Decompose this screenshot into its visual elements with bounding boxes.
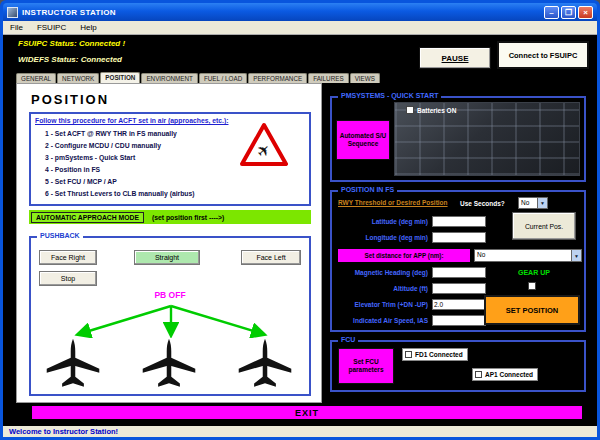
position-in-fs-legend: POSITION IN FS — [338, 186, 397, 193]
ias-input[interactable] — [432, 315, 486, 326]
window-title: INSTRUCTOR STATION — [22, 8, 542, 17]
pmsystems-box: PMSYSTEMS - QUICK START Batteries ON Aut… — [330, 96, 586, 182]
ap1-connected-checkbox[interactable] — [475, 371, 482, 378]
airplane-center-icon — [139, 336, 199, 394]
rwy-threshold-label: RWY Threshold or Desired Position — [338, 199, 448, 206]
airplane-right-icon — [235, 336, 295, 394]
approach-mode-hint: (set position first ---->) — [148, 214, 224, 221]
face-left-button[interactable]: Face Left — [241, 250, 301, 265]
procedure-step-5: 5 - Set FCU / MCP / AP — [45, 176, 241, 188]
straight-button[interactable]: Straight — [134, 250, 200, 265]
close-icon[interactable]: × — [578, 6, 593, 19]
instructor-station-window: INSTRUCTOR STATION – ❒ × File FSUIPC Hel… — [0, 0, 600, 440]
pushback-box: PUSHBACK Face Right Straight Face Left S… — [29, 236, 311, 396]
set-distance-app-bar[interactable]: Set distance for APP (nm): — [338, 249, 470, 262]
use-seconds-dropdown[interactable]: No ▼ — [518, 197, 548, 209]
statusbar-text: Welcome to Instructor Station! — [3, 427, 118, 436]
maximize-icon[interactable]: ❒ — [561, 6, 576, 19]
fcu-legend: FCU — [338, 336, 358, 343]
pause-button[interactable]: PAUSE — [419, 47, 491, 69]
menu-help[interactable]: Help — [73, 23, 103, 32]
approach-mode-bar: AUTOMATIC APPROACH MODE (set position fi… — [29, 210, 311, 224]
menu-fsuipc[interactable]: FSUIPC — [30, 23, 73, 32]
batteries-on-label: Batteries ON — [417, 107, 456, 114]
ap1-connected-label: AP1 Connected — [485, 371, 533, 378]
fd1-connected-label: FD1 Connected — [415, 351, 463, 358]
latitude-label: Latitude (deg min) — [338, 218, 428, 225]
procedure-step-4: 4 - Position in FS — [45, 164, 241, 176]
aircraft-warning-triangle-icon: ✈ — [239, 122, 289, 168]
current-pos-button[interactable]: Current Pos. — [512, 212, 576, 240]
procedure-step-2: 2 - Configure MCDU / CDU manually — [45, 140, 241, 152]
tab-fuel-load[interactable]: FUEL / LOAD — [199, 73, 247, 83]
connect-fsuipc-button[interactable]: Connect to FSUIPC — [497, 41, 589, 69]
stop-button[interactable]: Stop — [39, 271, 97, 286]
position-page-panel: POSITION Follow this procedure for ACFT … — [16, 83, 322, 403]
fd1-connected-checkbox[interactable] — [405, 351, 412, 358]
batteries-on-checkbox[interactable] — [406, 106, 414, 114]
tab-general[interactable]: GENERAL — [16, 73, 56, 83]
menubar: File FSUIPC Help — [3, 21, 597, 35]
use-seconds-value: No — [519, 198, 537, 208]
latitude-input[interactable] — [432, 216, 486, 227]
widefs-status-text: WIDEFS Status: Connected — [18, 55, 122, 64]
procedure-step-1: 1 - Set ACFT @ RWY THR in FS manually — [45, 128, 241, 140]
position-in-fs-box: POSITION IN FS RWY Threshold or Desired … — [330, 190, 586, 332]
fcu-box: FCU Set FCU parameters FD1 Connected AP1… — [330, 340, 586, 392]
statusbar: Welcome to Instructor Station! — [3, 426, 597, 437]
altitude-label: Altitude (ft) — [338, 285, 428, 292]
automated-su-sequence-button[interactable]: Automated S/U Sequence — [336, 120, 390, 160]
longitude-input[interactable] — [432, 232, 486, 243]
magnetic-heading-input[interactable] — [432, 267, 486, 278]
tab-failures[interactable]: FAILURES — [308, 73, 348, 83]
tab-position[interactable]: POSITION — [100, 72, 140, 83]
procedure-heading: Follow this procedure for ACFT set in ai… — [35, 117, 229, 124]
altitude-input[interactable] — [432, 283, 486, 294]
menu-file[interactable]: File — [3, 23, 30, 32]
procedure-step-6: 6 - Set Thrust Levers to CLB manually (a… — [45, 188, 241, 200]
page-title: POSITION — [31, 92, 109, 107]
pushback-legend: PUSHBACK — [37, 232, 83, 239]
app-icon — [7, 7, 18, 18]
tab-performance[interactable]: PERFORMANCE — [248, 73, 307, 83]
pmsystems-legend: PMSYSTEMS - QUICK START — [338, 92, 441, 99]
ap1-connected-row: AP1 Connected — [472, 368, 538, 381]
tab-network[interactable]: NETWORK — [57, 73, 99, 83]
set-distance-value: No — [475, 250, 571, 261]
dropdown-arrow-icon: ▼ — [537, 198, 547, 208]
longitude-label: Longitude (deg min) — [338, 234, 428, 241]
procedure-step-3: 3 - pmSystems - Quick Start — [45, 152, 241, 164]
airplane-left-icon — [43, 336, 103, 394]
set-position-button[interactable]: SET POSITION — [484, 295, 580, 325]
use-seconds-label: Use Seconds? — [460, 200, 505, 207]
dropdown-arrow-icon: ▼ — [571, 250, 581, 261]
tab-environment[interactable]: ENVIRONMENT — [141, 73, 198, 83]
minimize-icon[interactable]: – — [544, 6, 559, 19]
titlebar: INSTRUCTOR STATION – ❒ × — [3, 3, 597, 21]
gear-up-label: GEAR UP — [518, 269, 550, 276]
magnetic-heading-label: Magnetic Heading (deg) — [338, 269, 428, 276]
procedure-box: Follow this procedure for ACFT set in ai… — [29, 112, 311, 206]
tab-views[interactable]: VIEWS — [350, 73, 380, 83]
gear-up-checkbox[interactable] — [528, 282, 536, 290]
automatic-approach-mode-button[interactable]: AUTOMATIC APPROACH MODE — [31, 212, 144, 223]
pushback-direction-arrows-icon — [57, 304, 285, 338]
elevator-trim-input[interactable] — [432, 299, 486, 310]
face-right-button[interactable]: Face Right — [39, 250, 97, 265]
ias-label: Indicated Air Speed, IAS — [338, 317, 428, 324]
fsuipc-status-text: FSUIPC Status: Connected ! — [18, 39, 125, 48]
set-fcu-parameters-button[interactable]: Set FCU parameters — [338, 348, 394, 384]
batteries-on-row: Batteries ON — [406, 106, 456, 114]
pb-off-label: PB OFF — [31, 290, 309, 300]
exit-button[interactable]: EXIT — [30, 404, 584, 421]
elevator-trim-label: Elevator Trim (+DN -UP) — [338, 301, 428, 308]
fd1-connected-row: FD1 Connected — [402, 348, 468, 361]
tab-bar: GENERAL NETWORK POSITION ENVIRONMENT FUE… — [16, 72, 486, 83]
set-distance-dropdown[interactable]: No ▼ — [474, 249, 582, 262]
